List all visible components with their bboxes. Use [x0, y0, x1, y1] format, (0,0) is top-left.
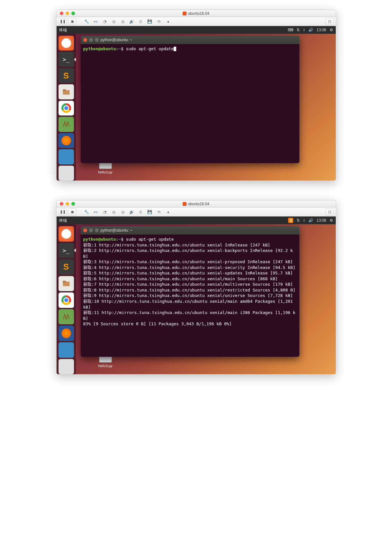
- launcher-dash[interactable]: [59, 36, 74, 51]
- pause-button[interactable]: ❚❚: [59, 208, 67, 216]
- prompt-path: ~: [118, 46, 121, 51]
- launcher-chrome[interactable]: [59, 292, 74, 308]
- launcher-sublime[interactable]: S: [59, 68, 74, 83]
- menubar-app-name[interactable]: 终端: [59, 218, 288, 223]
- apt-output-line: 获取:3 http://mirrors.tuna.tsinghua.edu.cn…: [83, 259, 297, 265]
- gear-icon[interactable]: ⚙: [330, 218, 333, 223]
- prompt-sep: :: [116, 237, 118, 242]
- desktop-file-label: hello3.py: [98, 170, 113, 174]
- launcher-firefox[interactable]: [59, 133, 74, 148]
- sound-icon[interactable]: 🔊: [128, 18, 136, 25]
- terminal-title: python@ubuntu: ~: [101, 228, 132, 233]
- launcher-files[interactable]: [59, 84, 74, 99]
- terminal-titlebar[interactable]: python@ubuntu: ~: [81, 226, 299, 235]
- disk-icon[interactable]: ◔: [101, 208, 109, 216]
- launcher-dash[interactable]: [59, 226, 74, 242]
- vm-window-1: ubuntu16.04 ❚❚ ▣ 🔧 ‹·› ◔ ◎ ◎ 🔊 ⎙ 💾 ⟲ ◂ ◳…: [56, 10, 336, 181]
- mac-window-title: ubuntu16.04: [57, 202, 336, 206]
- wrench-icon[interactable]: 🔧: [83, 18, 91, 25]
- prompt-user: python@ubuntu: [83, 46, 116, 51]
- sound-icon[interactable]: 🔊: [128, 208, 136, 216]
- desktop-file-label: hello3.py: [98, 364, 113, 368]
- terminal-maximize-button[interactable]: [95, 38, 99, 42]
- printer-icon[interactable]: ⎙: [137, 208, 145, 216]
- ubuntu-menubar: 终端 ⌨ ⇅ ᚼ 🔊 13:06 ⚙: [57, 26, 336, 34]
- floppy-icon[interactable]: 💾: [146, 18, 154, 25]
- terminal-maximize-button[interactable]: [95, 228, 99, 232]
- terminal-minimize-button[interactable]: [89, 228, 93, 232]
- launcher-app-extra1[interactable]: [59, 149, 74, 164]
- terminal-prompt-line: python@ubuntu:~$ sudo apt-get update: [83, 236, 297, 242]
- launcher-app-extra1[interactable]: [59, 342, 74, 358]
- snapshot-button[interactable]: ▣: [68, 208, 77, 216]
- terminal-body[interactable]: python@ubuntu:~$ sudo apt-get update: [81, 44, 299, 163]
- terminal-close-button[interactable]: [83, 38, 87, 42]
- network-indicator-icon[interactable]: ⇅: [296, 218, 300, 223]
- ubuntu-desktop[interactable]: 终端 ⌨ ⇅ ᚼ 🔊 13:06 ⚙ >_ S: [57, 26, 336, 180]
- terminal-window[interactable]: python@ubuntu: ~ python@ubuntu:~$ sudo a…: [81, 36, 299, 163]
- cd2-icon[interactable]: ◎: [119, 18, 127, 25]
- apt-output-line: 获取:8 http://mirrors.tuna.tsinghua.edu.cn…: [83, 287, 297, 293]
- snapshot-button[interactable]: ▣: [68, 18, 77, 25]
- terminal-body[interactable]: python@ubuntu:~$ sudo apt-get update 获取:…: [81, 235, 299, 357]
- ubuntu-desktop[interactable]: 终端 S ⇅ ᚼ 🔊 13:06 ⚙ >_ S: [57, 217, 336, 374]
- sogou-ime-icon[interactable]: S: [288, 218, 293, 223]
- vm-toolbar: ❚❚ ▣ 🔧 ‹·› ◔ ◎ ◎ 🔊 ⎙ 💾 ⟲ ◂ ◳: [57, 17, 336, 26]
- prompt-sep: :: [116, 46, 118, 51]
- launcher-archive[interactable]: [59, 309, 74, 325]
- cd2-icon[interactable]: ◎: [119, 208, 127, 216]
- launcher-sublime[interactable]: S: [59, 259, 74, 275]
- network-icon[interactable]: ‹·›: [92, 18, 100, 25]
- apt-output-line: 获取:2 http://mirrors.tuna.tsinghua.edu.cn…: [83, 248, 297, 259]
- bluetooth-icon[interactable]: ᚼ: [303, 218, 305, 223]
- network-indicator-icon[interactable]: ⇅: [296, 28, 300, 32]
- usb-icon[interactable]: ⟲: [155, 18, 163, 25]
- svg-rect-1: [63, 89, 66, 91]
- clock[interactable]: 13:06: [316, 28, 326, 32]
- usb-icon[interactable]: ⟲: [155, 208, 163, 216]
- launcher-app-extra2[interactable]: [59, 359, 74, 374]
- network-icon[interactable]: ‹·›: [92, 208, 100, 216]
- floppy-icon[interactable]: 💾: [146, 208, 154, 216]
- volume-icon[interactable]: 🔊: [308, 218, 313, 223]
- bluetooth-icon[interactable]: ᚼ: [303, 28, 305, 32]
- cd-icon[interactable]: ◎: [110, 208, 118, 216]
- launcher-terminal[interactable]: >_: [59, 52, 74, 67]
- launcher-firefox[interactable]: [59, 326, 74, 341]
- terminal-close-button[interactable]: [83, 228, 87, 232]
- wrench-icon[interactable]: 🔧: [83, 208, 91, 216]
- ubuntu-icon: [183, 202, 187, 206]
- launcher-files[interactable]: [59, 276, 74, 291]
- printer-icon[interactable]: ⎙: [137, 18, 145, 25]
- mac-window-title: ubuntu16.04: [57, 11, 336, 16]
- pause-button[interactable]: ❚❚: [59, 18, 67, 25]
- cd-icon[interactable]: ◎: [110, 18, 118, 25]
- terminal-minimize-button[interactable]: [89, 38, 93, 42]
- terminal-prompt-line: python@ubuntu:~$ sudo apt-get update: [83, 46, 297, 52]
- disk-icon[interactable]: ◔: [101, 18, 109, 25]
- apt-output-line: 获取:1 http://mirrors.tuna.tsinghua.edu.cn…: [83, 242, 297, 248]
- mac-titlebar[interactable]: ubuntu16.04: [57, 10, 336, 17]
- expand-icon[interactable]: ◂: [164, 18, 172, 25]
- launcher-archive[interactable]: [59, 117, 74, 132]
- terminal-titlebar[interactable]: python@ubuntu: ~: [81, 36, 299, 44]
- vm-toolbar: ❚❚ ▣ 🔧 ‹·› ◔ ◎ ◎ 🔊 ⎙ 💾 ⟲ ◂ ◳: [57, 208, 336, 217]
- apt-output-line: 获取:6 http://mirrors.tuna.tsinghua.edu.cn…: [83, 276, 297, 282]
- clock[interactable]: 13:06: [316, 218, 326, 223]
- launcher-app-extra2[interactable]: [59, 166, 74, 180]
- volume-icon[interactable]: 🔊: [308, 28, 313, 32]
- gear-icon[interactable]: ⚙: [330, 28, 333, 32]
- fullscreen-button[interactable]: ◳: [325, 18, 334, 25]
- prompt-char: $: [121, 237, 123, 242]
- expand-icon[interactable]: ◂: [164, 208, 172, 216]
- launcher-chrome[interactable]: [59, 101, 74, 115]
- keyboard-icon[interactable]: ⌨: [288, 28, 293, 32]
- terminal-title: python@ubuntu: ~: [101, 38, 132, 42]
- apt-output-line: 获取:4 http://mirrors.tuna.tsinghua.edu.cn…: [83, 265, 297, 271]
- launcher-terminal[interactable]: >_: [59, 243, 74, 258]
- fullscreen-button[interactable]: ◳: [325, 208, 334, 216]
- mac-titlebar[interactable]: ubuntu16.04: [57, 200, 336, 208]
- menubar-app-name[interactable]: 终端: [59, 27, 288, 33]
- terminal-command: sudo apt-get update: [126, 237, 174, 242]
- terminal-window[interactable]: python@ubuntu: ~ python@ubuntu:~$ sudo a…: [81, 226, 299, 357]
